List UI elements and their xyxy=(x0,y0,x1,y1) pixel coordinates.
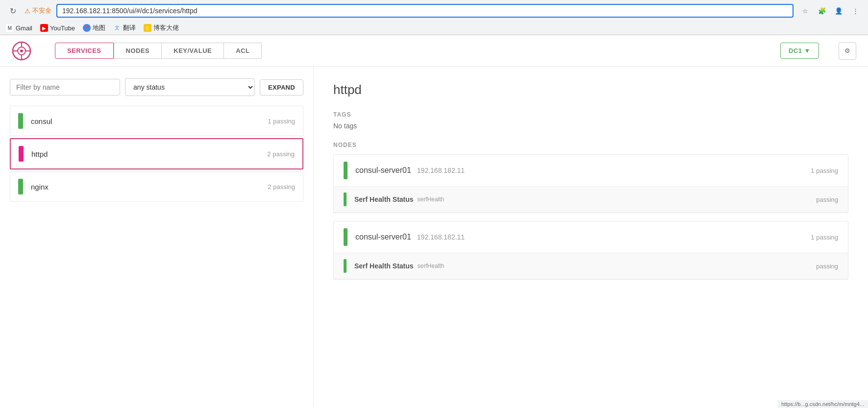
bookmark-translate[interactable]: 文 翻译 xyxy=(113,24,136,32)
check-status-indicator xyxy=(344,192,347,206)
tags-label: TAGS xyxy=(333,111,848,118)
browser-controls: ↻ xyxy=(6,4,20,18)
node-header-2: consul-server01 192.168.182.11 1 passing xyxy=(334,221,848,253)
extensions-button[interactable]: 🧩 xyxy=(815,4,829,18)
main-layout: any status passing warning critical EXPA… xyxy=(0,67,868,407)
node-name-2: consul-server01 xyxy=(355,233,411,241)
service-item-consul[interactable]: consul 1 passing xyxy=(10,106,303,136)
bookmark-blog[interactable]: ⭐ 博客大佬 xyxy=(144,24,179,32)
security-warning: ⚠ 不安全 xyxy=(25,6,51,15)
maps-label: 地图 xyxy=(93,24,105,32)
node-status-indicator xyxy=(344,228,347,246)
bookmark-gmail[interactable]: M Gmail xyxy=(6,24,32,32)
node-check-2-1: Serf Health Status serfHealth passing xyxy=(334,253,848,279)
browser-toolbar: ↻ ⚠ 不安全 192.168.182.11:8500/ui/#/dc1/ser… xyxy=(0,0,868,22)
bookmark-youtube[interactable]: ▶ YouTube xyxy=(40,24,75,32)
service-status-indicator xyxy=(19,146,24,162)
warning-icon: ⚠ xyxy=(25,7,30,15)
node-status-indicator xyxy=(344,162,347,179)
youtube-label: YouTube xyxy=(50,24,75,32)
node-name-1: consul-server01 xyxy=(355,166,411,175)
dc-selector-button[interactable]: DC1 ▼ xyxy=(780,43,819,59)
bookmarks-bar: M Gmail ▶ YouTube 📍 地图 文 翻译 ⭐ 博客大佬 xyxy=(0,22,868,35)
service-detail-title: httpd xyxy=(333,82,848,97)
service-name: httpd xyxy=(31,150,267,158)
consul-app: SERVICES NODES KEY/VALUE ACL DC1 ▼ ⚙ any… xyxy=(0,35,868,407)
service-detail-panel: httpd TAGS No tags NODES consul-server01… xyxy=(314,67,868,407)
consul-logo-svg xyxy=(12,41,31,61)
address-bar[interactable]: 192.168.182.11:8500/ui/#/dc1/services/ht… xyxy=(56,4,794,18)
service-status-text: 2 passing xyxy=(268,183,295,191)
bookmark-maps[interactable]: 📍 地图 xyxy=(83,24,105,32)
check-tag-2-1: serfHealth xyxy=(418,263,445,269)
node-header-1: consul-server01 192.168.182.11 1 passing xyxy=(334,155,848,187)
browser-actions: ☆ 🧩 👤 ⋮ xyxy=(798,4,862,18)
service-item-nginx[interactable]: nginx 2 passing xyxy=(10,171,303,202)
status-bar-url: https://b...g.csdn.net/hc/m/mntg4... xyxy=(777,400,868,407)
nav-tabs: SERVICES NODES KEY/VALUE ACL xyxy=(55,43,262,59)
gmail-icon: M xyxy=(6,24,14,32)
service-name: nginx xyxy=(31,183,268,191)
warning-text: 不安全 xyxy=(32,6,51,15)
blog-icon: ⭐ xyxy=(144,24,151,32)
app-header: SERVICES NODES KEY/VALUE ACL DC1 ▼ ⚙ xyxy=(0,35,868,67)
gear-icon: ⚙ xyxy=(844,47,850,54)
service-name: consul xyxy=(31,117,268,125)
youtube-icon: ▶ xyxy=(40,24,48,32)
browser-chrome: ↻ ⚠ 不安全 192.168.182.11:8500/ui/#/dc1/ser… xyxy=(0,0,868,35)
settings-button[interactable]: ⚙ xyxy=(839,42,856,60)
tab-nodes[interactable]: NODES xyxy=(114,43,162,59)
consul-logo xyxy=(12,41,31,61)
check-status-indicator xyxy=(344,259,347,273)
check-tag-1-1: serfHealth xyxy=(418,196,445,203)
filter-by-name-input[interactable] xyxy=(10,79,120,96)
svg-point-2 xyxy=(20,49,23,52)
node-ip-1: 192.168.182.11 xyxy=(417,167,465,174)
sidebar-filters: any status passing warning critical EXPA… xyxy=(10,78,303,96)
nodes-section: NODES consul-server01 192.168.182.11 1 p… xyxy=(333,142,848,280)
check-status-text-1-1: passing xyxy=(816,196,838,203)
url-text: 192.168.182.11:8500/ui/#/dc1/services/ht… xyxy=(62,7,788,15)
translate-label: 翻译 xyxy=(123,24,136,32)
service-status-indicator xyxy=(18,113,23,129)
profile-button[interactable]: 👤 xyxy=(832,4,845,18)
service-status-indicator xyxy=(18,179,23,194)
node-card-2: consul-server01 192.168.182.11 1 passing… xyxy=(333,221,848,280)
check-status-text-2-1: passing xyxy=(816,263,838,270)
tab-acl[interactable]: ACL xyxy=(224,43,262,59)
node-status-text-1: 1 passing xyxy=(811,167,838,174)
tab-services[interactable]: SERVICES xyxy=(55,43,114,59)
tab-keyvalue[interactable]: KEY/VALUE xyxy=(162,43,224,59)
tags-section: TAGS No tags xyxy=(333,111,848,130)
star-button[interactable]: ☆ xyxy=(798,4,812,18)
check-name-2-1: Serf Health Status xyxy=(354,262,414,270)
blog-label: 博客大佬 xyxy=(153,24,179,32)
maps-icon: 📍 xyxy=(83,24,91,32)
service-status-text: 2 passing xyxy=(267,150,295,158)
translate-icon: 文 xyxy=(113,24,121,32)
expand-button[interactable]: EXPAND xyxy=(260,79,303,96)
node-check-1-1: Serf Health Status serfHealth passing xyxy=(334,187,848,213)
service-status-text: 1 passing xyxy=(268,118,295,125)
service-item-httpd[interactable]: httpd 2 passing xyxy=(10,138,303,169)
node-status-text-2: 1 passing xyxy=(811,234,838,241)
menu-button[interactable]: ⋮ xyxy=(848,4,862,18)
gmail-label: Gmail xyxy=(16,24,32,32)
nodes-section-label: NODES xyxy=(333,142,848,148)
service-sidebar: any status passing warning critical EXPA… xyxy=(0,67,314,407)
refresh-button[interactable]: ↻ xyxy=(6,4,20,18)
check-name-1-1: Serf Health Status xyxy=(354,195,414,203)
node-card-1: consul-server01 192.168.182.11 1 passing… xyxy=(333,154,848,213)
tags-value: No tags xyxy=(333,122,848,130)
node-ip-2: 192.168.182.11 xyxy=(417,233,465,241)
service-list: consul 1 passing httpd 2 passing nginx 2… xyxy=(10,106,303,204)
status-filter-select[interactable]: any status passing warning critical xyxy=(125,78,255,96)
